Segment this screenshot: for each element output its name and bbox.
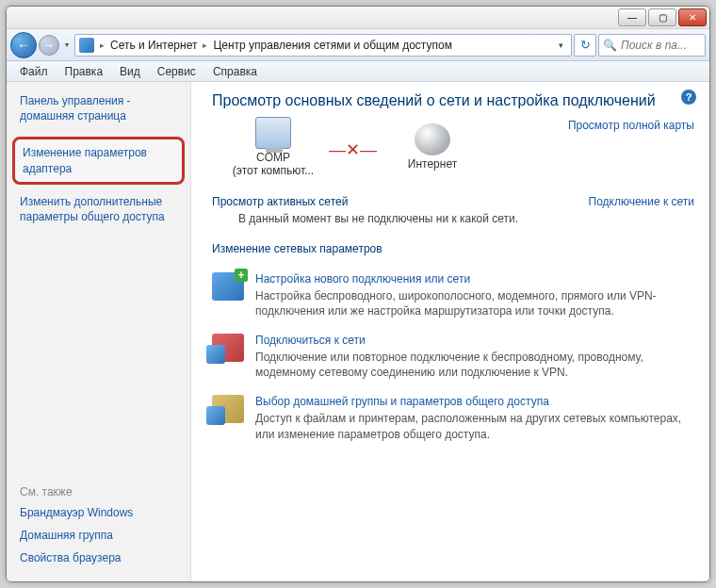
- forward-button[interactable]: →: [39, 35, 59, 56]
- see-also-section: См. также Брандмауэр Windows Домашняя гр…: [20, 478, 183, 574]
- address-dropdown-icon[interactable]: ▾: [555, 41, 567, 50]
- option-homegroup-title: Выбор домашней группы и параметров общег…: [255, 395, 694, 408]
- active-networks-header: Просмотр активных сетей Подключение к се…: [212, 195, 694, 208]
- computer-icon: [255, 117, 291, 149]
- map-node-internet-name: Интернет: [408, 157, 457, 171]
- see-also-header: См. также: [20, 485, 183, 498]
- search-input[interactable]: [621, 39, 701, 52]
- connect-network-icon: [212, 334, 244, 362]
- change-settings-label: Изменение сетевых параметров: [212, 242, 382, 255]
- option-homegroup-desc: Доступ к файлам и принтерам, расположенн…: [255, 411, 694, 441]
- option-connect-desc: Подключение или повторное подключение к …: [255, 350, 694, 380]
- help-icon[interactable]: ?: [681, 90, 696, 105]
- see-also-browser-props[interactable]: Свойства браузера: [20, 551, 183, 564]
- internet-icon: [415, 123, 450, 155]
- navbar: ← → ▾ ▸ Сеть и Интернет ▸ Центр управлен…: [7, 29, 709, 61]
- body: Панель управления - домашняя страница Из…: [7, 82, 709, 581]
- map-node-computer[interactable]: COMP (этот компьют...: [231, 117, 316, 178]
- address-bar[interactable]: ▸ Сеть и Интернет ▸ Центр управления сет…: [74, 34, 572, 57]
- sidebar-link-adapter-settings[interactable]: Изменение параметров адаптера: [12, 137, 185, 184]
- map-node-computer-sub: (этот компьют...: [233, 164, 314, 177]
- menu-service[interactable]: Сервис: [150, 63, 203, 80]
- network-map-row: COMP (этот компьют... —✕— Интернет Просм…: [212, 117, 694, 178]
- option-setup-new[interactable]: Настройка нового подключения или сети На…: [212, 272, 694, 318]
- minimize-button[interactable]: —: [618, 8, 646, 26]
- menu-edit[interactable]: Правка: [57, 63, 111, 80]
- see-also-firewall[interactable]: Брандмауэр Windows: [20, 506, 183, 519]
- menu-file[interactable]: Файл: [12, 63, 56, 80]
- main-content: ? Просмотр основных сведений о сети и на…: [191, 82, 709, 581]
- menu-bar: Файл Правка Вид Сервис Справка: [7, 61, 709, 82]
- setup-new-connection-icon: [212, 272, 244, 301]
- map-connection-broken-icon: —✕—: [329, 134, 377, 160]
- view-full-map-link[interactable]: Просмотр полной карты: [568, 117, 694, 132]
- change-settings-header: Изменение сетевых параметров: [212, 242, 694, 255]
- connect-network-link[interactable]: Подключение к сети: [589, 195, 694, 208]
- breadcrumb-network[interactable]: Сеть и Интернет: [110, 39, 197, 52]
- map-node-internet[interactable]: Интернет: [390, 123, 475, 171]
- close-button[interactable]: ✕: [678, 8, 707, 26]
- history-dropdown-icon[interactable]: ▾: [61, 41, 73, 49]
- see-also-homegroup[interactable]: Домашняя группа: [20, 529, 183, 542]
- control-panel-home-link[interactable]: Панель управления - домашняя страница: [20, 93, 183, 123]
- option-setup-new-title: Настройка нового подключения или сети: [255, 272, 694, 286]
- page-title: Просмотр основных сведений о сети и наст…: [212, 91, 694, 111]
- active-networks-body: В данный момент вы не подключены ни к ка…: [212, 212, 694, 225]
- option-setup-new-desc: Настройка беспроводного, широкополосного…: [255, 288, 694, 318]
- active-networks-label: Просмотр активных сетей: [212, 195, 348, 208]
- titlebar: — ▢ ✕: [7, 7, 709, 29]
- menu-view[interactable]: Вид: [112, 63, 148, 80]
- maximize-button[interactable]: ▢: [648, 8, 676, 26]
- sidebar: Панель управления - домашняя страница Из…: [7, 82, 191, 581]
- window: — ▢ ✕ ← → ▾ ▸ Сеть и Интернет ▸ Центр уп…: [6, 6, 710, 582]
- control-panel-icon: [79, 38, 94, 53]
- option-homegroup[interactable]: Выбор домашней группы и параметров общег…: [212, 395, 694, 441]
- chevron-right-icon[interactable]: ▸: [98, 41, 106, 50]
- back-button[interactable]: ←: [10, 32, 37, 58]
- search-icon: 🔍: [603, 39, 617, 52]
- breadcrumb-sharing-center[interactable]: Центр управления сетями и общим доступом: [213, 39, 452, 52]
- option-connect-title: Подключиться к сети: [255, 334, 694, 347]
- search-box[interactable]: 🔍: [598, 34, 706, 57]
- menu-help[interactable]: Справка: [205, 63, 265, 80]
- option-connect[interactable]: Подключиться к сети Подключение или повт…: [212, 334, 694, 380]
- network-options: Настройка нового подключения или сети На…: [212, 272, 694, 442]
- chevron-right-icon[interactable]: ▸: [201, 41, 209, 50]
- refresh-button[interactable]: ↻: [574, 34, 596, 57]
- map-node-computer-name: COMP: [256, 151, 290, 164]
- homegroup-sharing-icon: [212, 395, 244, 423]
- sidebar-link-advanced-sharing[interactable]: Изменить дополнительные параметры общего…: [20, 194, 183, 224]
